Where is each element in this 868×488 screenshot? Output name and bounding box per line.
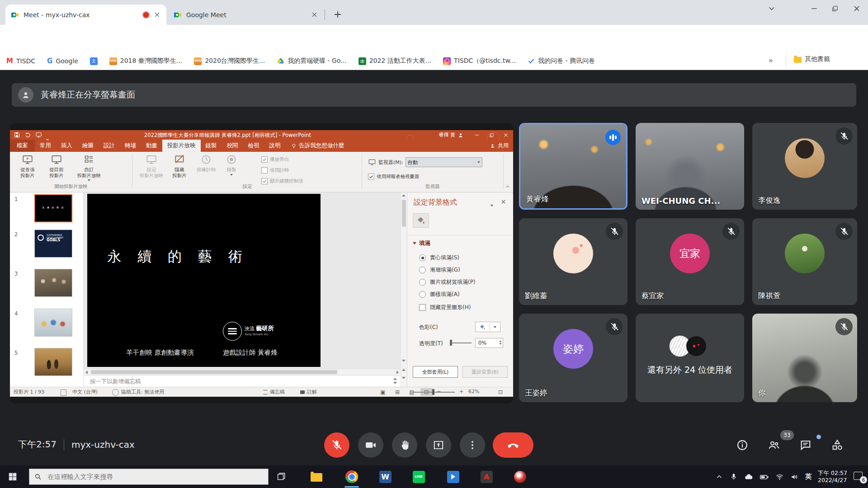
- start-button[interactable]: [2, 465, 24, 488]
- bookmark-tisdc[interactable]: MTISDC: [6, 57, 35, 65]
- bookmark-drive[interactable]: 我的雲端硬碟 - Go...: [277, 57, 346, 65]
- scroll-up-icon[interactable]: [402, 194, 406, 197]
- more-options-button[interactable]: [460, 432, 485, 458]
- ppt-tell-me[interactable]: 告訴我您想做什麼: [286, 140, 349, 152]
- comments-toggle-button[interactable]: 註解: [300, 389, 317, 395]
- presenter-view-checkbox[interactable]: 使用簡報者檢視畫面: [368, 174, 420, 180]
- slide-thumbnail-5[interactable]: [34, 348, 72, 376]
- notes-toggle-button[interactable]: 備忘稿: [263, 389, 285, 395]
- movies-tv-icon[interactable]: [442, 465, 464, 488]
- ribbon-collapse-chevron[interactable]: [505, 183, 511, 190]
- next-slide-icon[interactable]: [402, 377, 406, 379]
- app-icon[interactable]: [509, 465, 531, 488]
- ppt-tab-transition[interactable]: 轉場: [120, 140, 141, 152]
- ppt-tab-design[interactable]: 設計: [99, 140, 120, 152]
- ppt-tab-slideshow[interactable]: 投影片放映: [162, 140, 201, 152]
- bookmark-sheet[interactable]: 2022 活動工作大表...: [359, 57, 431, 65]
- ppt-tab-record[interactable]: 錄製: [201, 140, 222, 152]
- horizontal-scrollbar[interactable]: [84, 369, 401, 375]
- monitor-dropdown[interactable]: 自動: [406, 157, 482, 167]
- notes-placeholder[interactable]: 按一下以新增備忘稿: [90, 378, 141, 385]
- reset-background-button[interactable]: 重設背景(B): [462, 366, 508, 378]
- hide-background-checkbox[interactable]: 隱藏背景圖形(H): [419, 304, 471, 311]
- tray-mic-icon[interactable]: [730, 473, 738, 481]
- from-start-button[interactable]: 從首張 投影片: [14, 154, 41, 178]
- notes-collapse-icon[interactable]: [393, 382, 397, 384]
- fill-tab-icon[interactable]: [413, 213, 429, 228]
- vscroll-thumb[interactable]: [402, 200, 406, 227]
- present-button[interactable]: [426, 432, 451, 458]
- wifi-icon[interactable]: [775, 473, 784, 481]
- word-icon[interactable]: W: [374, 465, 396, 488]
- from-current-button[interactable]: 從目前 投影片: [43, 154, 70, 178]
- meeting-info-button[interactable]: [736, 439, 749, 451]
- window-minimize-button[interactable]: [804, 0, 825, 17]
- ppt-tab-home[interactable]: 常用: [35, 140, 56, 152]
- accessibility-status[interactable]: 協助工具: 無法使用: [121, 389, 164, 395]
- input-language-indicator[interactable]: 英: [805, 473, 811, 481]
- scroll-left-icon[interactable]: [85, 371, 88, 374]
- bookmarks-overflow-chevron[interactable]: »: [769, 56, 773, 65]
- ppt-restore-button[interactable]: [484, 130, 499, 140]
- screen-share-tile[interactable]: 2022國際學生大賽分享簡報講師 黃睿烽2.ppt [相容模式] - Power…: [10, 123, 513, 404]
- pattern-fill-radio[interactable]: 圖樣填滿(A): [419, 291, 460, 298]
- notification-center-button[interactable]: 6: [854, 472, 864, 482]
- fill-section-header[interactable]: 填滿: [413, 239, 430, 247]
- tab-close-icon[interactable]: [153, 11, 161, 19]
- bookmark-instagram[interactable]: TISDC（@tisdc.tw...: [443, 57, 516, 65]
- notes-expand-icon[interactable]: [393, 378, 397, 380]
- tab-search-chevron-icon[interactable]: [761, 0, 782, 17]
- ppt-tab-help[interactable]: 說明: [264, 140, 286, 152]
- onedrive-icon[interactable]: [744, 472, 753, 481]
- end-call-button[interactable]: [493, 432, 533, 458]
- overflow-participants-tile[interactable]: 還有另外 24 位使用者: [636, 314, 744, 402]
- ppt-tab-review[interactable]: 校閱: [222, 140, 243, 152]
- battery-icon[interactable]: [760, 472, 769, 482]
- activities-button[interactable]: [831, 439, 844, 451]
- record-button[interactable]: 錄製: [222, 154, 241, 176]
- language-indicator[interactable]: 中文 (台灣): [72, 389, 98, 395]
- chrome-icon[interactable]: [341, 465, 363, 488]
- color-dropdown[interactable]: [475, 322, 500, 332]
- volume-icon[interactable]: [790, 473, 799, 481]
- window-maximize-button[interactable]: [825, 0, 845, 17]
- rehearse-timings-button[interactable]: 排練計時: [193, 154, 219, 173]
- fit-to-window-button[interactable]: ⊡: [495, 388, 506, 396]
- search-input[interactable]: [47, 473, 256, 481]
- bookmark-survey[interactable]: 我的问卷 - 腾讯问卷: [528, 57, 595, 65]
- play-narrations-checkbox[interactable]: 播放旁白: [261, 156, 289, 163]
- camera-toggle-button[interactable]: [358, 432, 383, 458]
- ppt-tab-draw[interactable]: 繪圖: [77, 140, 99, 152]
- task-view-button[interactable]: [270, 465, 292, 488]
- ppt-close-button[interactable]: [499, 130, 513, 140]
- tab-meet[interactable]: Meet - myx-uzhv-cax: [5, 5, 166, 25]
- setup-slideshow-button[interactable]: 設定 投影片放映: [137, 154, 165, 178]
- participant-tile[interactable]: 宜家 蔡宜家: [636, 218, 744, 305]
- bookmark-translate[interactable]: 文: [90, 57, 98, 65]
- participant-tile[interactable]: WEI-CHUNG CH...: [636, 123, 744, 210]
- participants-button[interactable]: [768, 439, 780, 451]
- acrobat-icon[interactable]: A: [476, 465, 497, 488]
- transparency-slider-handle[interactable]: [450, 340, 452, 346]
- slide-thumbnail-2[interactable]: SUSTAINABLE DEVELOPMENT GOALS: [34, 230, 72, 258]
- participant-tile[interactable]: 陳祺萱: [752, 218, 857, 305]
- line-icon[interactable]: LINE: [408, 465, 429, 488]
- tab-google-meet[interactable]: Google Meet: [168, 5, 324, 25]
- transparency-slider-track[interactable]: [451, 343, 472, 343]
- slide-thumbnail-1[interactable]: 永 續 的 藝 術: [34, 194, 72, 222]
- hscroll-thumb[interactable]: [91, 370, 337, 374]
- slide-thumbnail-4[interactable]: [34, 309, 72, 337]
- tab-close-icon[interactable]: [311, 11, 318, 19]
- view-sorter-button[interactable]: ⊞: [392, 388, 403, 396]
- solid-fill-radio[interactable]: 實心填滿(S): [419, 254, 459, 262]
- panel-dropdown-caret[interactable]: [491, 200, 493, 208]
- bookmark-2020-contest[interactable]: 20222020台灣國際學生...: [194, 57, 265, 65]
- scroll-down-icon[interactable]: [402, 360, 406, 362]
- bookmark-google[interactable]: GGoogle: [47, 57, 78, 65]
- notes-bar[interactable]: 按一下以新增備忘稿: [84, 375, 401, 387]
- taskbar-clock[interactable]: 下午 02:57 2022/4/27: [818, 469, 847, 484]
- ppt-tab-animation[interactable]: 動畫: [141, 140, 162, 152]
- picture-fill-radio[interactable]: 圖片或材質填滿(P): [419, 278, 476, 286]
- view-normal-button[interactable]: ▣: [377, 388, 389, 396]
- previous-slide-icon[interactable]: [402, 369, 406, 371]
